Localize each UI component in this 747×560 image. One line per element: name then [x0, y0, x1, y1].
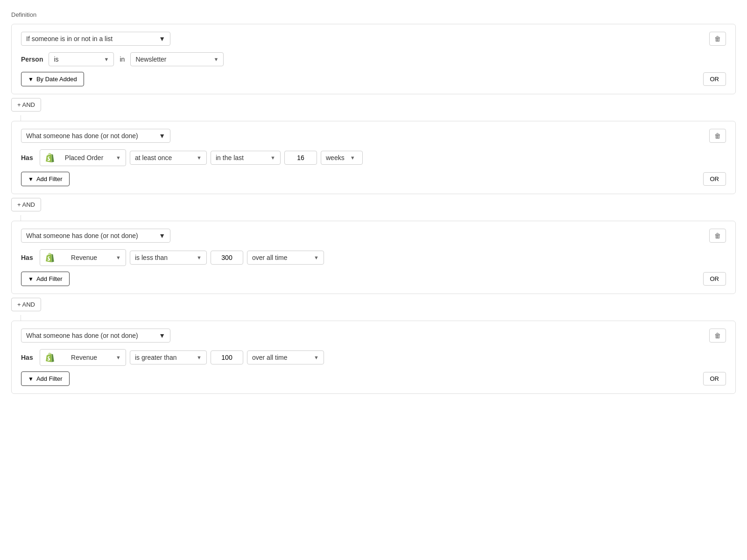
and-connector-2: + AND: [11, 198, 736, 211]
and-connector-3: + AND: [11, 298, 736, 311]
event-chevron-3: ▼: [116, 255, 121, 260]
condition-type-label-4: What someone has done (or not done): [26, 332, 138, 339]
event-dropdown-4[interactable]: Revenue ▼: [40, 349, 126, 366]
has-label-2: Has: [21, 154, 34, 161]
frequency-value-3: is less than: [135, 254, 168, 261]
condition-header-2: What someone has done (or not done) ▼ 🗑: [21, 129, 726, 143]
time-type-dropdown-2[interactable]: in the last ▼: [211, 151, 281, 165]
condition-header-1: If someone is in or not in a list ▼ 🗑: [21, 32, 726, 46]
or-button-4[interactable]: OR: [703, 372, 726, 385]
condition-type-label-3: What someone has done (or not done): [26, 232, 138, 239]
time-value-input-4[interactable]: [211, 350, 243, 364]
frequency-dropdown-2[interactable]: at least once ▼: [130, 151, 207, 165]
frequency-chevron-3: ▼: [197, 255, 202, 260]
delete-button-4[interactable]: 🗑: [709, 329, 726, 343]
frequency-dropdown-3[interactable]: is less than ▼: [130, 251, 207, 265]
condition-type-label-2: What someone has done (or not done): [26, 132, 138, 140]
chevron-icon-4: ▼: [159, 332, 165, 339]
has-label-3: Has: [21, 254, 34, 261]
has-row-2: Has Placed Order ▼ at least once ▼ in th…: [21, 149, 726, 166]
add-filter-button-4[interactable]: ▼ Add Filter: [21, 371, 70, 386]
condition-footer-4: ▼ Add Filter OR: [21, 371, 726, 386]
list-dropdown[interactable]: Newsletter ▼: [130, 52, 224, 66]
chevron-icon-2: ▼: [159, 132, 165, 140]
event-value-4: Revenue: [71, 354, 97, 361]
event-value-3: Revenue: [71, 254, 97, 261]
or-button-2[interactable]: OR: [703, 172, 726, 186]
frequency-chevron-2: ▼: [197, 155, 202, 161]
time-unit-dropdown-2[interactable]: weeks ▼: [321, 151, 363, 165]
and-button-2[interactable]: + AND: [11, 198, 41, 211]
by-date-added-button[interactable]: ▼ By Date Added: [21, 72, 84, 86]
filter-icon-3: ▼: [28, 276, 34, 282]
chevron-icon-3: ▼: [159, 232, 165, 239]
condition-block-4: What someone has done (or not done) ▼ 🗑 …: [11, 321, 736, 394]
event-chevron-4: ▼: [116, 355, 121, 360]
event-dropdown-2[interactable]: Placed Order ▼: [40, 149, 126, 166]
frequency-value-4: is greater than: [135, 354, 177, 361]
time-value-input-2[interactable]: [284, 151, 317, 165]
delete-button-3[interactable]: 🗑: [709, 229, 726, 243]
definition-section: Definition If someone is in or not in a …: [11, 11, 736, 394]
condition-block-2: What someone has done (or not done) ▼ 🗑 …: [11, 121, 736, 194]
event-dropdown-3[interactable]: Revenue ▼: [40, 249, 126, 266]
event-value-2: Placed Order: [65, 154, 103, 161]
frequency-chevron-4: ▼: [197, 355, 202, 360]
filter-btn-label-3: Add Filter: [36, 275, 63, 282]
time-type-value-2: in the last: [216, 154, 244, 161]
shopify-icon-2: [45, 153, 55, 163]
condition-footer-1: ▼ By Date Added OR: [21, 72, 726, 86]
person-is-chevron: ▼: [104, 56, 109, 62]
time-type-dropdown-3[interactable]: over all time ▼: [247, 251, 324, 265]
add-filter-button-3[interactable]: ▼ Add Filter: [21, 272, 70, 286]
person-label: Person: [21, 56, 43, 63]
time-type-chevron-4: ▼: [314, 355, 319, 360]
condition-block-3: What someone has done (or not done) ▼ 🗑 …: [11, 221, 736, 294]
definition-label: Definition: [11, 11, 736, 18]
and-button-1[interactable]: + AND: [11, 98, 41, 112]
by-date-label: By Date Added: [36, 76, 77, 83]
list-value: Newsletter: [135, 56, 166, 63]
in-label: in: [120, 56, 125, 63]
has-row-4: Has Revenue ▼ is greater than ▼ over all…: [21, 349, 726, 366]
condition-block-1: If someone is in or not in a list ▼ 🗑 Pe…: [11, 24, 736, 94]
add-filter-button-2[interactable]: ▼ Add Filter: [21, 172, 70, 186]
vertical-line-3: [21, 315, 21, 321]
person-row: Person is ▼ in Newsletter ▼: [21, 52, 726, 66]
time-type-chevron-2: ▼: [270, 155, 275, 161]
has-row-3: Has Revenue ▼ is less than ▼ over all ti…: [21, 249, 726, 266]
condition-type-dropdown-2[interactable]: What someone has done (or not done) ▼: [21, 129, 170, 143]
or-button-1[interactable]: OR: [703, 72, 726, 86]
condition-footer-2: ▼ Add Filter OR: [21, 172, 726, 186]
or-button-3[interactable]: OR: [703, 272, 726, 286]
frequency-dropdown-4[interactable]: is greater than ▼: [130, 350, 207, 364]
chevron-icon-1: ▼: [159, 35, 165, 42]
filter-icon-4: ▼: [28, 376, 34, 382]
condition-type-dropdown-1[interactable]: If someone is in or not in a list ▼: [21, 32, 170, 46]
person-is-value: is: [54, 56, 58, 63]
person-is-dropdown[interactable]: is ▼: [49, 52, 114, 66]
and-connector-1: + AND: [11, 98, 736, 112]
event-chevron-2: ▼: [116, 155, 121, 161]
time-type-chevron-3: ▼: [314, 255, 319, 260]
condition-type-dropdown-3[interactable]: What someone has done (or not done) ▼: [21, 229, 170, 243]
time-type-value-4: over all time: [252, 354, 287, 361]
filter-icon-2: ▼: [28, 176, 34, 182]
condition-header-4: What someone has done (or not done) ▼ 🗑: [21, 329, 726, 343]
shopify-icon-4: [45, 352, 55, 363]
time-type-dropdown-4[interactable]: over all time ▼: [247, 350, 324, 364]
time-unit-chevron-2: ▼: [350, 155, 355, 161]
vertical-line-1: [21, 115, 21, 121]
delete-button-2[interactable]: 🗑: [709, 129, 726, 143]
time-type-value-3: over all time: [252, 254, 287, 261]
filter-icon-1: ▼: [28, 76, 34, 83]
frequency-value-2: at least once: [135, 154, 172, 161]
condition-type-dropdown-4[interactable]: What someone has done (or not done) ▼: [21, 329, 170, 343]
condition-type-label-1: If someone is in or not in a list: [26, 35, 113, 42]
has-label-4: Has: [21, 354, 34, 361]
time-value-input-3[interactable]: [211, 251, 243, 265]
shopify-icon-3: [45, 252, 55, 263]
delete-button-1[interactable]: 🗑: [709, 32, 726, 46]
list-chevron: ▼: [213, 56, 218, 62]
and-button-3[interactable]: + AND: [11, 298, 41, 311]
